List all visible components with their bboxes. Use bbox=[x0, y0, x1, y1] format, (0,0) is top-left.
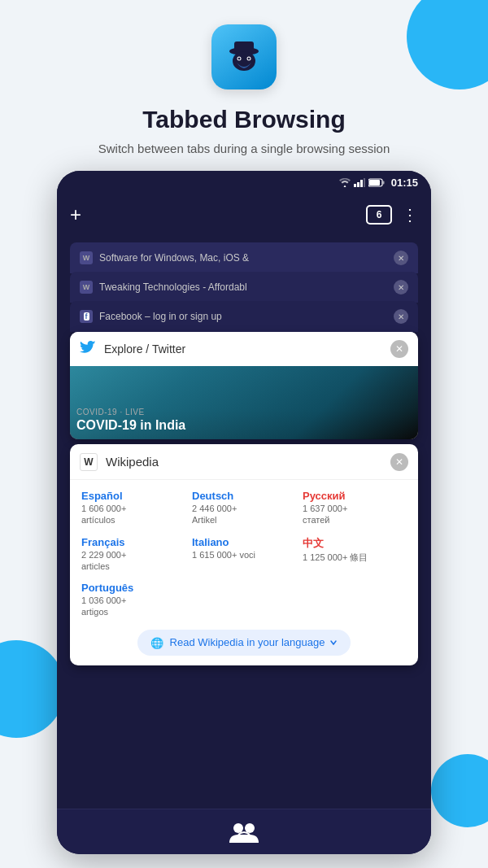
bottom-logo-icon bbox=[229, 820, 259, 844]
chevron-down-icon bbox=[329, 639, 338, 647]
svg-rect-13 bbox=[382, 181, 384, 184]
status-icons: 01:15 bbox=[339, 177, 418, 189]
wiki-lang-deutsch-name: Deutsch bbox=[192, 490, 296, 502]
wiki-lang-espanol[interactable]: Español 1 606 000+artículos bbox=[81, 490, 185, 526]
twitter-preview-content: COVID-19 · LIVE COVID-19 in India bbox=[70, 401, 418, 439]
wiki-lang-deutsch-count: 2 446 000+Artikel bbox=[192, 503, 296, 526]
wiki-lang-russian-count: 1 637 000+статей bbox=[303, 503, 407, 526]
wiki-lang-espanol-count: 1 606 000+artículos bbox=[81, 503, 185, 526]
svg-point-5 bbox=[238, 58, 241, 60]
bottom-bar bbox=[57, 809, 431, 854]
background-blob-bottom-left bbox=[0, 640, 65, 738]
wiki-lang-italiano-name: Italiano bbox=[192, 536, 296, 548]
wiki-lang-portugues-count: 1 036 000+artigos bbox=[81, 595, 185, 618]
status-bar: 01:15 bbox=[57, 171, 431, 194]
translate-icon: 🌐 bbox=[150, 636, 165, 649]
covid-live-badge: COVID-19 · LIVE bbox=[76, 408, 412, 417]
toolbar-right: 6 ⋮ bbox=[366, 205, 418, 225]
twitter-card-header: Explore / Twitter ✕ bbox=[70, 332, 418, 366]
wikipedia-tab-card[interactable]: W Wikipedia ✕ Español 1 606 000+artículo… bbox=[70, 444, 418, 665]
wikipedia-card-title: Wikipedia bbox=[106, 455, 382, 469]
svg-point-15 bbox=[233, 823, 243, 833]
mini-tab-2-close[interactable]: ✕ bbox=[394, 280, 408, 294]
wiki-lang-russian[interactable]: Русский 1 637 000+статей bbox=[303, 490, 407, 526]
new-tab-button[interactable]: + bbox=[70, 203, 81, 226]
svg-rect-8 bbox=[357, 182, 359, 187]
svg-rect-12 bbox=[369, 180, 380, 185]
wikipedia-card-header: W Wikipedia ✕ bbox=[70, 444, 418, 480]
twitter-card-close-button[interactable]: ✕ bbox=[390, 340, 408, 358]
wiki-lang-italiano-count: 1 615 000+ voci bbox=[192, 549, 296, 560]
wikipedia-languages-grid: Español 1 606 000+artículos Deutsch 2 44… bbox=[81, 490, 407, 618]
app-icon-svg bbox=[224, 37, 264, 77]
status-time: 01:15 bbox=[391, 177, 418, 189]
hero-subtitle: Switch between tabs during a single brow… bbox=[24, 140, 464, 157]
twitter-tab-card[interactable]: Explore / Twitter ✕ COVID-19 · LIVE COVI… bbox=[70, 332, 418, 439]
read-wikipedia-label: Read Wikipedia in your language bbox=[170, 636, 325, 648]
read-wikipedia-button[interactable]: 🌐 Read Wikipedia in your language bbox=[137, 630, 351, 656]
svg-rect-1 bbox=[234, 41, 254, 52]
twitter-card-title: Explore / Twitter bbox=[104, 342, 382, 355]
svg-point-6 bbox=[248, 58, 251, 60]
browser-toolbar: + 6 ⋮ bbox=[57, 194, 431, 236]
mini-tab-1-favicon: W bbox=[80, 251, 93, 264]
hero-title: Tabbed Browsing bbox=[0, 106, 488, 133]
wiki-lang-italiano[interactable]: Italiano 1 615 000+ voci bbox=[192, 536, 296, 573]
background-blob-bottom-right bbox=[431, 754, 488, 827]
mini-tab-3-close[interactable]: ✕ bbox=[394, 309, 408, 324]
svg-rect-7 bbox=[354, 184, 356, 187]
mini-tab-2[interactable]: W Tweaking Technologies - Affordabl ✕ bbox=[70, 272, 418, 303]
wiki-lang-francais-count: 2 229 000+articles bbox=[81, 549, 185, 573]
wiki-lang-deutsch[interactable]: Deutsch 2 446 000+Artikel bbox=[192, 490, 296, 526]
wiki-lang-espanol-name: Español bbox=[81, 490, 185, 502]
mini-tab-2-favicon: W bbox=[80, 281, 93, 294]
background-blob-top-right bbox=[407, 0, 488, 89]
mini-tab-1-title: Software for Windows, Mac, iOS & bbox=[99, 252, 389, 264]
wiki-lang-portugues[interactable]: Português 1 036 000+artigos bbox=[81, 582, 185, 618]
wifi-icon bbox=[339, 178, 351, 187]
wiki-lang-chinese-count: 1 125 000+ 條目 bbox=[303, 552, 407, 563]
signal-icon bbox=[354, 178, 365, 187]
twitter-preview-image: COVID-19 · LIVE COVID-19 in India bbox=[70, 366, 418, 439]
wikipedia-card-close-button[interactable]: ✕ bbox=[390, 453, 408, 471]
wiki-lang-francais[interactable]: Français 2 229 000+articles bbox=[81, 536, 185, 573]
wiki-lang-francais-name: Français bbox=[81, 536, 185, 548]
menu-button[interactable]: ⋮ bbox=[402, 205, 418, 225]
mini-tab-3[interactable]: f Facebook – log in or sign up ✕ bbox=[70, 301, 418, 332]
battery-icon bbox=[368, 178, 385, 187]
wikipedia-favicon: W bbox=[80, 453, 98, 471]
tab-count-badge[interactable]: 6 bbox=[366, 205, 392, 225]
wikipedia-content: Español 1 606 000+artículos Deutsch 2 44… bbox=[70, 480, 418, 665]
phone-frame: 01:15 + 6 ⋮ W Software for Windows, Mac,… bbox=[57, 171, 431, 854]
wiki-lang-chinese-name: 中文 bbox=[303, 536, 407, 551]
app-icon bbox=[211, 24, 277, 89]
mini-tab-3-favicon: f bbox=[80, 310, 93, 323]
svg-rect-10 bbox=[364, 178, 365, 187]
mini-tab-3-title: Facebook – log in or sign up bbox=[99, 311, 389, 322]
svg-rect-9 bbox=[360, 180, 363, 187]
covid-headline: COVID-19 in India bbox=[76, 418, 412, 433]
wiki-lang-chinese[interactable]: 中文 1 125 000+ 條目 bbox=[303, 536, 407, 573]
mini-tab-2-title: Tweaking Technologies - Affordabl bbox=[99, 281, 389, 293]
mini-tab-1-close[interactable]: ✕ bbox=[394, 251, 408, 265]
svg-point-16 bbox=[245, 823, 255, 833]
app-icon-container bbox=[211, 24, 277, 89]
tabs-area: W Software for Windows, Mac, iOS & ✕ W T… bbox=[57, 236, 431, 677]
twitter-favicon-icon bbox=[80, 341, 96, 357]
wiki-lang-portugues-name: Português bbox=[81, 582, 185, 594]
mini-tab-1[interactable]: W Software for Windows, Mac, iOS & ✕ bbox=[70, 242, 418, 273]
wiki-lang-russian-name: Русский bbox=[303, 490, 407, 502]
svg-text:🌐: 🌐 bbox=[150, 636, 164, 649]
